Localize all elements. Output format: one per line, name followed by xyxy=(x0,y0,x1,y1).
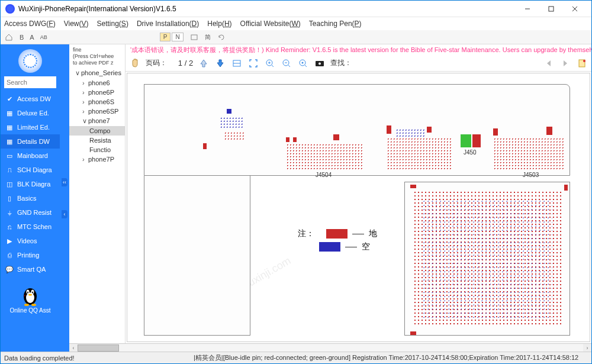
tree-node-functio[interactable]: Functio xyxy=(69,145,125,154)
sidebar-item-label: BLK Diagra xyxy=(17,181,50,188)
splitter[interactable]: ‹‹ ‹ xyxy=(60,44,69,352)
phone-icon: ▯ xyxy=(5,194,14,202)
svg-rect-1 xyxy=(549,7,554,11)
sidebar-item-gnd[interactable]: ⏚GND Resist xyxy=(1,205,60,220)
collapse-chevron-icon[interactable]: ‹‹ xyxy=(62,178,67,186)
prev-result-icon[interactable] xyxy=(543,57,555,69)
qq-assist-label: Online QQ Asst xyxy=(1,307,60,314)
scroll-thumb[interactable] xyxy=(78,344,119,352)
menubar: Access DWG(F) View(V) Setting(S) Drive I… xyxy=(1,17,591,30)
maximize-button[interactable] xyxy=(539,1,563,17)
toolbar-ab[interactable]: AB xyxy=(40,34,47,40)
sidebar-item-label: Basics xyxy=(17,195,36,202)
tree-node-resista[interactable]: Resista xyxy=(69,136,125,145)
sidebar-item-blk[interactable]: ◫BLK Diagra xyxy=(1,177,60,191)
minimize-button[interactable] xyxy=(516,1,539,17)
zoom-reset-icon[interactable] xyxy=(297,57,309,69)
sidebar-item-mainboard[interactable]: ▭Mainboard xyxy=(1,149,60,163)
connector-label-j450: J450 xyxy=(464,149,477,156)
sidebar-item-deluxe[interactable]: ▦Deluxe Ed. xyxy=(1,106,60,120)
connector-label-j4503: J4503 xyxy=(523,172,539,178)
bookmark-icon[interactable] xyxy=(576,57,588,69)
svg-point-10 xyxy=(32,292,33,294)
sidebar-item-videos[interactable]: ▶Videos xyxy=(1,234,60,248)
menu-help[interactable]: Help(H) xyxy=(207,20,231,28)
screenshot-icon[interactable] xyxy=(314,57,326,69)
sidebar-item-details-dwg[interactable]: ▦Details DW xyxy=(1,134,60,149)
menu-official-website[interactable]: Official Website(W) xyxy=(240,20,301,28)
home-icon[interactable] xyxy=(4,33,14,42)
connector-label-j4504: J4504 xyxy=(316,172,332,178)
wuxinji-logo-icon xyxy=(18,49,42,73)
hand-tool-icon[interactable] xyxy=(129,57,141,69)
status-left: Data loading completed! xyxy=(4,355,194,362)
sidebar-item-label: Printing xyxy=(17,252,39,259)
sidebar-item-smart-qa[interactable]: 💬Smart QA xyxy=(1,262,60,276)
sidebar-item-printing[interactable]: ⎙Printing xyxy=(1,248,60,262)
menu-teaching-pen[interactable]: Teaching Pen(P) xyxy=(309,20,362,28)
tree-node-phone6p[interactable]: ›phone6P xyxy=(69,88,125,97)
menu-drive-install[interactable]: Drive Installation(D) xyxy=(137,20,199,28)
schematic-legend: 注： 地 空 xyxy=(298,226,377,255)
qq-penguin-icon[interactable] xyxy=(21,282,40,306)
fit-width-icon[interactable] xyxy=(231,57,243,69)
sidebar-item-label: Limited Ed. xyxy=(17,124,50,131)
svg-point-11 xyxy=(28,294,32,296)
sidebar-item-sch[interactable]: ⎍SCH Diagra xyxy=(1,163,60,177)
legend-empty: 空 xyxy=(362,241,370,252)
svg-point-12 xyxy=(24,304,29,306)
tree-node-phone6s[interactable]: ›phone6S xyxy=(69,97,125,107)
scroll-right-icon[interactable]: › xyxy=(583,344,591,352)
next-result-icon[interactable] xyxy=(559,57,571,69)
sidebar-item-label: Deluxe Ed. xyxy=(17,109,49,117)
legend-title: 注： xyxy=(298,228,314,239)
pn-group: P N xyxy=(160,33,184,41)
toolbar-n[interactable]: N xyxy=(172,33,183,41)
sidebar-item-label: SCH Diagra xyxy=(17,166,52,173)
tree-root[interactable]: ∨phone_Series xyxy=(69,68,125,78)
toolbar-a[interactable]: A xyxy=(30,34,34,41)
zoom-in-icon[interactable] xyxy=(264,57,276,69)
menu-view[interactable]: View(V) xyxy=(64,20,89,28)
collapse-chevron-icon[interactable]: ‹ xyxy=(62,210,67,218)
sidebar-item-access-dwg[interactable]: ✔Access DW xyxy=(1,92,60,106)
sidebar-item-label: Access DW xyxy=(17,95,51,102)
toolbar-p[interactable]: P xyxy=(160,33,171,41)
svg-line-24 xyxy=(305,65,307,67)
fullscreen-icon[interactable] xyxy=(247,57,259,69)
page-indicator: 1 / 2 xyxy=(172,59,193,67)
schematic-viewer[interactable]: wuxinji.com wuxinji.com wuxinji.com wuxi… xyxy=(127,73,590,342)
page-down-icon[interactable] xyxy=(214,57,226,69)
refresh-icon[interactable] xyxy=(217,33,226,42)
svg-point-29 xyxy=(583,60,585,62)
sidebar-item-mtc[interactable]: ⎌MTC Schen xyxy=(1,220,60,234)
tree-hint: fine (Press Ctrl+whee to achieve PDF z xyxy=(69,44,125,68)
search-input[interactable] xyxy=(4,76,56,88)
tree-node-phone6[interactable]: ›phone6 xyxy=(69,78,125,88)
tree-node-compo[interactable]: Compo xyxy=(69,126,125,136)
zoom-out-icon[interactable] xyxy=(281,57,292,69)
sidebar-item-limited[interactable]: ▦Limited Ed. xyxy=(1,120,60,134)
scroll-left-icon[interactable]: ‹ xyxy=(69,344,78,352)
statusbar: Data loading completed! |精英会员|[Blue-idle… xyxy=(1,352,591,363)
tree-node-phone6sp[interactable]: ›phone6SP xyxy=(69,107,125,116)
toolbar-cn-label[interactable]: 简 xyxy=(205,33,211,41)
grid-icon: ▦ xyxy=(5,109,14,117)
menu-access-dwg[interactable]: Access DWG(F) xyxy=(4,20,56,28)
rect-tool-icon[interactable] xyxy=(189,33,199,42)
toolbar-b[interactable]: B xyxy=(20,34,24,41)
close-button[interactable] xyxy=(563,1,587,17)
sch-icon: ⎍ xyxy=(5,166,14,174)
gnd-icon: ⏚ xyxy=(5,208,14,217)
video-icon: ▶ xyxy=(5,237,14,245)
menu-setting[interactable]: Setting(S) xyxy=(97,20,128,28)
sidebar-item-basics[interactable]: ▯Basics xyxy=(1,191,60,205)
tree-node-phone7p[interactable]: ›phone7P xyxy=(69,154,125,164)
page-up-icon[interactable] xyxy=(198,57,210,69)
sidebar-item-label: Mainboard xyxy=(17,152,48,159)
sidebar-item-label: Details DW xyxy=(17,138,50,145)
svg-point-9 xyxy=(27,292,28,294)
horizontal-scrollbar[interactable]: ‹ › xyxy=(69,343,591,352)
tree-node-phone7[interactable]: ∨phone7 xyxy=(69,116,125,126)
grid-icon: ▦ xyxy=(5,137,14,146)
